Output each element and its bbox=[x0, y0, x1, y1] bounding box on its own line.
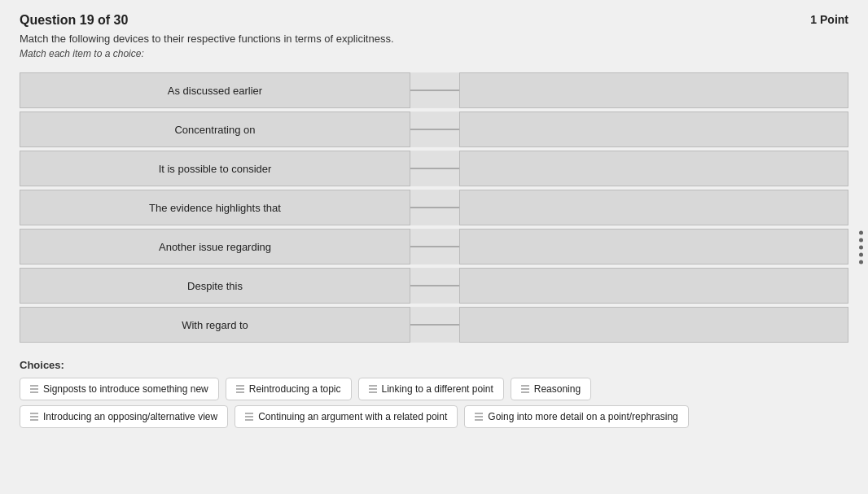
left-item-6[interactable]: Despite this bbox=[20, 268, 410, 304]
connector-2 bbox=[410, 111, 459, 147]
choice-continuing[interactable]: Continuing an argument with a related po… bbox=[235, 405, 458, 428]
right-item-7[interactable] bbox=[459, 307, 848, 343]
question-header: Question 19 of 30 1 Point bbox=[20, 13, 848, 28]
choice-reintroducing[interactable]: Reintroducing a topic bbox=[226, 378, 352, 400]
left-item-7[interactable]: With regard to bbox=[20, 307, 410, 343]
question-instruction: Match the following devices to their res… bbox=[20, 33, 848, 45]
drag-handle-icon bbox=[30, 385, 38, 393]
drag-handle-icon bbox=[236, 385, 244, 393]
page-container: Question 19 of 30 1 Point Match the foll… bbox=[0, 0, 868, 494]
choices-section: Choices: Signposts to introduce somethin… bbox=[20, 359, 848, 428]
match-row-3: It is possible to consider bbox=[20, 151, 848, 186]
choices-row-1: Signposts to introduce something new Rei… bbox=[20, 378, 848, 400]
right-item-2[interactable] bbox=[459, 111, 848, 147]
left-item-2[interactable]: Concentrating on bbox=[20, 111, 410, 147]
connector-7 bbox=[410, 307, 459, 343]
connector-3 bbox=[410, 151, 459, 186]
match-row-6: Despite this bbox=[20, 268, 848, 304]
match-row-4: The evidence highlights that bbox=[20, 190, 848, 225]
right-item-3[interactable] bbox=[459, 151, 848, 186]
left-item-3[interactable]: It is possible to consider bbox=[20, 151, 410, 186]
drag-handle-icon bbox=[521, 385, 529, 393]
choice-opposing[interactable]: Introducing an opposing/alternative view bbox=[20, 405, 228, 428]
drag-handle-icon bbox=[245, 413, 253, 421]
choices-label: Choices: bbox=[20, 359, 848, 371]
connector-5 bbox=[410, 229, 459, 264]
match-row-2: Concentrating on bbox=[20, 111, 848, 147]
left-item-1[interactable]: As discussed earlier bbox=[20, 72, 410, 108]
drag-handle-icon bbox=[369, 385, 377, 393]
side-decoration bbox=[859, 230, 863, 264]
left-item-5[interactable]: Another issue regarding bbox=[20, 229, 410, 264]
right-item-4[interactable] bbox=[459, 190, 848, 225]
drag-handle-icon bbox=[475, 413, 483, 421]
choice-reasoning[interactable]: Reasoning bbox=[511, 378, 591, 400]
choices-grid: Signposts to introduce something new Rei… bbox=[20, 378, 848, 428]
right-item-6[interactable] bbox=[459, 268, 848, 304]
matching-area: As discussed earlier Concentrating on It… bbox=[20, 72, 848, 343]
match-row-1: As discussed earlier bbox=[20, 72, 848, 108]
choice-signposts[interactable]: Signposts to introduce something new bbox=[20, 378, 219, 400]
match-instruction: Match each item to a choice: bbox=[20, 48, 848, 59]
drag-handle-icon bbox=[30, 413, 38, 421]
connector-4 bbox=[410, 190, 459, 225]
match-row-7: With regard to bbox=[20, 307, 848, 343]
connector-6 bbox=[410, 268, 459, 304]
right-item-1[interactable] bbox=[459, 72, 848, 108]
connector-1 bbox=[410, 72, 459, 108]
choice-more-detail[interactable]: Going into more detail on a point/rephra… bbox=[464, 405, 688, 428]
choices-row-2: Introducing an opposing/alternative view… bbox=[20, 405, 848, 428]
match-row-5: Another issue regarding bbox=[20, 229, 848, 264]
choice-linking[interactable]: Linking to a different point bbox=[358, 378, 504, 400]
left-item-4[interactable]: The evidence highlights that bbox=[20, 190, 410, 225]
points-badge: 1 Point bbox=[810, 13, 848, 26]
question-number: Question 19 of 30 bbox=[20, 13, 128, 28]
right-item-5[interactable] bbox=[459, 229, 848, 264]
